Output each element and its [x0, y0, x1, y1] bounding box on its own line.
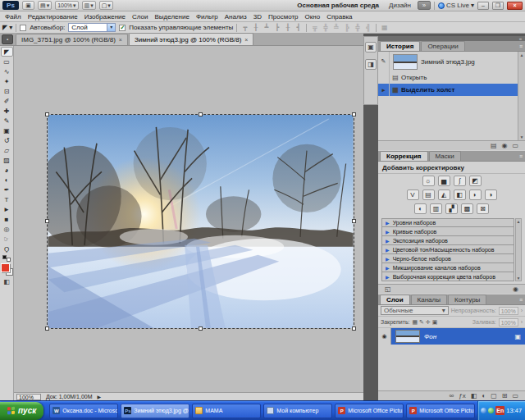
tab-adjustments[interactable]: Коррекция	[380, 151, 428, 161]
zoom-level-control[interactable]: 100%▾	[55, 1, 78, 10]
lock-transparency-button[interactable]: ▦	[412, 319, 418, 326]
language-indicator[interactable]: En	[495, 406, 504, 415]
restore-button[interactable]: ❐	[492, 2, 504, 10]
eraser-tool[interactable]: ▱	[1, 145, 13, 155]
collapsed-panel-icon-2[interactable]: ◨	[365, 59, 377, 70]
new-document-from-state-button[interactable]: ▤	[491, 142, 497, 149]
preset-hue-saturation[interactable]: ▶Цветовой тон/Насыщенность наборов	[381, 245, 514, 254]
delete-layer-button[interactable]: ▭	[512, 392, 518, 399]
invert-icon[interactable]: ◐	[414, 203, 427, 214]
menu-help[interactable]: Справка	[323, 11, 355, 22]
start-button[interactable]: пуск	[0, 402, 43, 420]
3d-rotation-tool[interactable]: ◎	[1, 224, 13, 234]
align-right-button[interactable]: ┫	[294, 24, 303, 31]
panel-menu-icon[interactable]: ≡	[519, 43, 523, 49]
preset-curves[interactable]: ▶Кривые наборов	[381, 227, 514, 236]
canvas-area[interactable]	[14, 46, 363, 392]
current-state-pointer[interactable]: ▸	[378, 84, 390, 96]
workspace-overflow-button[interactable]: »	[418, 1, 431, 10]
gradient-tool[interactable]: ▨	[1, 155, 13, 165]
history-brush-tool[interactable]: ↺	[1, 135, 13, 145]
distribute-right-button[interactable]: ╣	[363, 24, 372, 31]
workspace-button-primary[interactable]: Основная рабочая среда	[294, 2, 382, 9]
transform-handle[interactable]	[352, 326, 356, 331]
eyedropper-tool[interactable]: ✐	[1, 96, 13, 106]
menu-analysis[interactable]: Анализ	[221, 11, 250, 22]
new-snapshot-button[interactable]: ◉	[501, 142, 507, 149]
shape-tool[interactable]: ■	[1, 214, 13, 224]
opacity-value[interactable]: 100%	[499, 307, 518, 315]
menu-image[interactable]: Изображение	[81, 11, 129, 22]
workspace-button-design[interactable]: Дизайн	[386, 2, 414, 9]
menu-view[interactable]: Просмотр	[265, 11, 302, 22]
lock-position-button[interactable]: ✛	[426, 319, 431, 326]
tray-network-icon[interactable]	[481, 408, 486, 413]
scroll-down-icon[interactable]: ▼	[517, 276, 521, 281]
fill-stepper-icon[interactable]: ›	[521, 319, 523, 325]
clone-stamp-tool[interactable]: ▣	[1, 126, 13, 135]
align-left-button[interactable]: ┣	[272, 24, 281, 31]
path-selection-tool[interactable]: ►	[1, 204, 13, 214]
taskbar-button-picture-manager-1[interactable]: P Microsoft Office Pictu...	[335, 404, 404, 418]
vibrance-icon[interactable]: V	[407, 189, 419, 200]
taskbar-clock[interactable]: 13:47	[506, 407, 522, 414]
scroll-up-icon[interactable]: ▲	[517, 219, 521, 224]
new-layer-button[interactable]: ⊞	[502, 392, 508, 399]
threshold-icon[interactable]: ▞	[445, 203, 458, 214]
collapsed-panel-icon-1[interactable]: ▣	[365, 42, 377, 52]
color-balance-icon[interactable]: ◭	[438, 189, 450, 200]
menu-window[interactable]: Окно	[302, 11, 324, 22]
type-tool[interactable]: T	[1, 194, 13, 204]
preset-levels[interactable]: ▶Уровни наборов	[381, 218, 514, 227]
taskbar-button-photoshop[interactable]: Ps Зимний этюд3.jpg @...	[121, 404, 189, 418]
preset-channel-mixer[interactable]: ▶Микширование каналов наборов	[381, 263, 514, 272]
taskbar-button-picture-manager-2[interactable]: P Microsoft Office Pictu...	[406, 404, 475, 418]
crop-tool[interactable]: ⊡	[1, 86, 13, 96]
cs-live-button[interactable]: CS Live ▾	[438, 2, 474, 9]
align-horizontal-center-button[interactable]: ╂	[283, 24, 292, 31]
status-options-arrow[interactable]: ▶	[98, 394, 102, 399]
distribute-bottom-button[interactable]: ╩	[331, 24, 340, 31]
history-step-open[interactable]: ▤ Открыть	[378, 71, 525, 84]
transform-handle[interactable]	[199, 326, 203, 331]
selective-color-icon[interactable]: ⊠	[477, 203, 489, 214]
document-tab-img3751[interactable]: IMG_3751.jpg @ 100% (RGB/8) ×	[16, 34, 128, 45]
scroll-up-icon[interactable]: ▲	[520, 52, 524, 57]
panel-menu-icon[interactable]: ≡	[519, 297, 523, 303]
foreground-color-swatch[interactable]	[1, 263, 10, 272]
posterize-icon[interactable]: ▥	[430, 203, 442, 214]
menu-filter[interactable]: Фильтр	[193, 11, 221, 22]
tab-masks[interactable]: Маски	[429, 151, 461, 161]
auto-select-checkbox[interactable]	[20, 25, 26, 31]
new-adjustment-layer-button[interactable]: ◐	[482, 392, 486, 399]
photoshop-logo[interactable]: Ps	[2, 1, 19, 10]
menu-file[interactable]: Файл	[2, 11, 25, 22]
fill-value[interactable]: 100%	[499, 318, 518, 326]
gradient-map-icon[interactable]: ▩	[461, 203, 473, 214]
lock-all-button[interactable]: ▣	[432, 319, 438, 326]
tool-preset-picker[interactable]: ◤ ▾	[2, 24, 12, 31]
presets-scrollbar[interactable]: ▲ ▼	[515, 218, 522, 281]
move-tool[interactable]: ◤	[1, 47, 13, 57]
healing-brush-tool[interactable]: ✚	[1, 106, 13, 116]
dodge-tool[interactable]: ◐	[1, 175, 13, 185]
transform-handle[interactable]	[45, 219, 49, 223]
preset-black-white[interactable]: ▶Черно-белое наборов	[381, 254, 514, 263]
align-top-button[interactable]: ┳	[240, 24, 249, 31]
align-bottom-button[interactable]: ┻	[262, 24, 271, 31]
arrange-documents-button[interactable]: ▥▾	[82, 1, 96, 10]
exposure-icon[interactable]: ◩	[469, 176, 482, 186]
transform-handle[interactable]	[199, 112, 203, 116]
tab-actions[interactable]: Операции	[421, 41, 464, 51]
blend-mode-dropdown[interactable]: Обычные ▾	[381, 306, 449, 315]
layer-row-background[interactable]: ◉ Фон ▣	[378, 328, 525, 345]
auto-select-dropdown[interactable]: Слой ▾	[68, 23, 116, 32]
lock-pixels-button[interactable]: ✎	[419, 319, 424, 326]
layer-style-button[interactable]: ƒx	[459, 392, 465, 399]
blur-tool[interactable]: ◕	[1, 165, 13, 175]
tab-layers[interactable]: Слои	[380, 294, 410, 304]
align-vertical-center-button[interactable]: ╂	[251, 24, 260, 31]
link-layers-button[interactable]: ∞	[450, 392, 454, 399]
distribute-left-button[interactable]: ╠	[342, 24, 351, 31]
minimize-button[interactable]: –	[477, 2, 489, 10]
